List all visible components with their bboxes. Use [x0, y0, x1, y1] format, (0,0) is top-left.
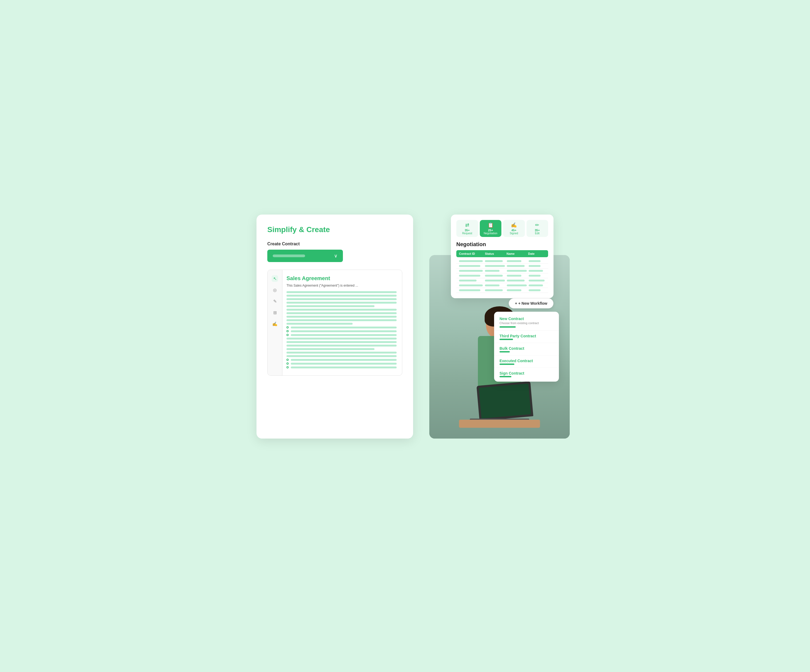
doc-line: [287, 338, 397, 340]
signed-count: 45+: [511, 229, 516, 232]
table-icon[interactable]: ⊞: [272, 309, 278, 316]
desk-surface: [459, 419, 540, 428]
sign-icon[interactable]: ✍: [272, 321, 278, 327]
cell-contract-id: [459, 265, 480, 267]
edit-label: Edit: [535, 232, 540, 235]
cell-name: [507, 289, 521, 291]
document-excerpt: This Sales Agreement ("Agreement") is en…: [287, 284, 397, 288]
cell-contract-id: [459, 285, 483, 286]
edit-icon[interactable]: ✎: [272, 298, 278, 305]
cell-contract-id: [459, 275, 480, 277]
bullet-icon: [287, 362, 289, 365]
col-contract-id: Contract ID: [459, 252, 485, 255]
doc-line: [287, 302, 397, 304]
negotiation-count: 25+: [488, 229, 493, 232]
edit-count: 35+: [535, 229, 540, 232]
cell-name: [507, 265, 524, 267]
doc-line: [287, 341, 397, 343]
doc-line: [287, 348, 375, 350]
request-count: 35+: [465, 229, 470, 232]
table-row[interactable]: [456, 283, 548, 288]
page-title: Simplify & Create: [267, 225, 402, 234]
workflow-sign[interactable]: Sign Contract: [494, 368, 559, 380]
table-row[interactable]: [456, 259, 548, 264]
doc-bullet-line: [287, 330, 397, 332]
section-label: Create Contract: [267, 241, 402, 246]
eye-icon[interactable]: ◎: [272, 286, 278, 293]
doc-line: [291, 367, 397, 368]
new-contract-indicator: [500, 326, 516, 328]
workflow-executed[interactable]: Executed Contract: [494, 355, 559, 368]
doc-line: [287, 312, 397, 314]
col-date: Date: [528, 252, 545, 255]
table-row[interactable]: [456, 273, 548, 278]
signed-icon: ✍: [511, 222, 517, 228]
col-name: Name: [506, 252, 528, 255]
doc-bullet-line: [287, 362, 397, 365]
table-row[interactable]: [456, 264, 548, 268]
table-row[interactable]: [456, 278, 548, 283]
scene: Simplify & Create Create Contract ∨ ↖ ◎ …: [256, 214, 554, 457]
dropdown-value: [273, 254, 305, 257]
doc-line: [287, 316, 397, 318]
tab-request[interactable]: ⇄ 35+ Request: [456, 220, 478, 237]
cell-date: [529, 265, 540, 267]
laptop-screen-display: [479, 384, 531, 419]
doc-line: [291, 363, 397, 365]
doc-line: [291, 330, 397, 332]
cell-contract-id: [459, 270, 483, 272]
cell-name: [507, 260, 521, 262]
table-row[interactable]: [456, 268, 548, 273]
doc-line: [287, 298, 397, 300]
cell-status: [485, 265, 505, 267]
cell-date: [529, 285, 543, 286]
negotiation-card: ⇄ 35+ Request 📋 25+ Negotiation ✍ 45+ Si…: [451, 214, 554, 298]
executed-contract-label: Executed Contract: [500, 359, 554, 363]
doc-bullet-line: [287, 359, 397, 361]
col-status: Status: [485, 252, 506, 255]
cell-date: [529, 275, 540, 277]
bullet-icon: [287, 366, 289, 368]
new-workflow-button[interactable]: + + New Workflow: [509, 298, 554, 308]
workflow-dropdown-menu: New Contract Choose from existing contra…: [494, 312, 559, 382]
negotiation-label: Negotiation: [484, 232, 497, 235]
doc-line: [287, 319, 397, 321]
request-label: Request: [462, 232, 472, 235]
cursor-icon[interactable]: ↖: [272, 275, 278, 282]
workflow-bulk[interactable]: Bulk Contract: [494, 343, 559, 355]
tab-bar: ⇄ 35+ Request 📋 25+ Negotiation ✍ 45+ Si…: [456, 220, 548, 237]
cell-name: [507, 285, 526, 286]
cell-status: [485, 260, 503, 262]
cell-status: [485, 285, 500, 286]
doc-line: [287, 345, 397, 347]
tab-edit[interactable]: ✏ 35+ Edit: [526, 220, 548, 237]
doc-line: [287, 323, 353, 325]
document-preview: ↖ ◎ ✎ ⊞ ✍ Sales Agreement This Sales Agr…: [267, 269, 402, 376]
chevron-down-icon: ∨: [334, 253, 338, 259]
request-icon: ⇄: [465, 222, 469, 228]
sign-contract-indicator: [500, 376, 511, 377]
workflow-new-contract[interactable]: New Contract Choose from existing contra…: [494, 313, 559, 331]
tab-negotiation[interactable]: 📋 25+ Negotiation: [480, 220, 502, 237]
sign-contract-label: Sign Contract: [500, 371, 554, 376]
left-card: Simplify & Create Create Contract ∨ ↖ ◎ …: [256, 214, 413, 439]
bulk-contract-indicator: [500, 351, 510, 352]
cell-date: [529, 270, 543, 272]
laptop-screen: [477, 381, 533, 421]
doc-toolbar: ↖ ◎ ✎ ⊞ ✍: [268, 270, 282, 376]
bullet-icon: [287, 334, 289, 336]
tab-signed[interactable]: ✍ 45+ Signed: [503, 220, 525, 237]
doc-line: [291, 327, 397, 328]
doc-line: [291, 359, 397, 361]
bulk-contract-label: Bulk Contract: [500, 346, 554, 350]
cell-status: [485, 270, 500, 272]
cell-contract-id: [459, 289, 480, 291]
new-contract-subtitle: Choose from existing contract: [500, 322, 554, 325]
doc-bullet-line: [287, 334, 397, 336]
bullet-icon: [287, 359, 289, 361]
third-party-label: Third Party Contract: [500, 334, 554, 338]
contract-type-dropdown[interactable]: ∨: [267, 250, 343, 262]
cell-date: [529, 289, 540, 291]
table-row[interactable]: [456, 288, 548, 293]
workflow-third-party[interactable]: Third Party Contract: [494, 331, 559, 343]
